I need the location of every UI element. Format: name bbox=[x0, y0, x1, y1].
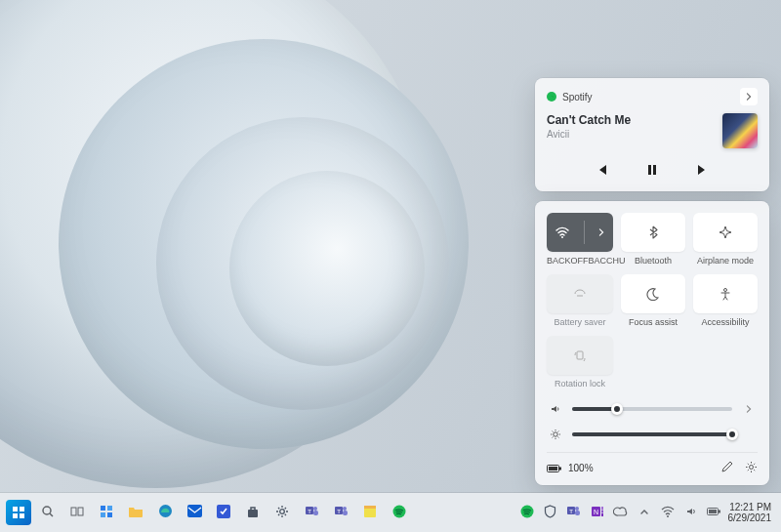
brightness-slider-row bbox=[549, 429, 756, 440]
brightness-slider[interactable] bbox=[572, 432, 732, 436]
store-icon bbox=[246, 505, 260, 521]
media-previous-button[interactable] bbox=[592, 160, 611, 180]
svg-point-2 bbox=[561, 236, 563, 238]
svg-rect-24 bbox=[248, 510, 258, 517]
taskbar-app-file-explorer[interactable] bbox=[123, 500, 148, 525]
tray-battery[interactable] bbox=[705, 503, 724, 522]
taskbar-app-settings[interactable] bbox=[269, 500, 295, 525]
taskbar-app-todo[interactable] bbox=[211, 500, 236, 525]
spotify-icon bbox=[547, 92, 556, 102]
taskbar-app-widgets[interactable] bbox=[94, 500, 119, 525]
taskbar-app-edge[interactable] bbox=[152, 500, 178, 525]
svg-rect-50 bbox=[719, 511, 720, 513]
wifi-icon bbox=[661, 506, 675, 520]
svg-rect-10 bbox=[13, 507, 18, 512]
tray-network[interactable] bbox=[658, 503, 678, 522]
taskbar-app-spotify-taskbar[interactable] bbox=[387, 500, 412, 525]
quick-settings-panel: BACKOFFBACCHU Bluetooth Airplane mode Ba… bbox=[535, 201, 769, 485]
battery-percent-label: 100% bbox=[568, 463, 594, 473]
qs-item-battery-saver: Battery saver bbox=[547, 274, 613, 328]
battery-icon bbox=[707, 506, 721, 519]
taskbar-app-store[interactable] bbox=[240, 500, 266, 525]
taskbar-app-task-view[interactable] bbox=[64, 500, 90, 525]
svg-rect-1 bbox=[653, 165, 656, 175]
tray-security[interactable] bbox=[541, 503, 560, 522]
taskbar-app-mail[interactable] bbox=[182, 500, 207, 525]
svg-rect-13 bbox=[20, 513, 24, 518]
quick-settings-grid: BACKOFFBACCHU Bluetooth Airplane mode Ba… bbox=[547, 213, 758, 389]
svg-rect-17 bbox=[101, 506, 105, 511]
mail-icon bbox=[187, 505, 202, 520]
media-app-label: Spotify bbox=[562, 92, 593, 102]
pencil-icon bbox=[720, 461, 733, 473]
bluetooth-tile[interactable] bbox=[621, 213, 685, 252]
svg-rect-35 bbox=[364, 506, 376, 509]
svg-rect-29 bbox=[313, 511, 318, 515]
speaker-icon[interactable] bbox=[549, 403, 562, 415]
taskview-icon bbox=[70, 505, 84, 521]
tray-onedrive[interactable] bbox=[611, 503, 631, 522]
teams-icon: T bbox=[334, 504, 349, 521]
note-icon bbox=[363, 505, 377, 521]
battery-status[interactable]: 100% bbox=[547, 463, 594, 473]
edge-icon bbox=[158, 504, 173, 521]
taskbar-app-sticky-notes[interactable] bbox=[357, 500, 383, 525]
svg-rect-18 bbox=[107, 506, 112, 511]
taskbar-app-search[interactable] bbox=[35, 500, 61, 525]
svg-rect-49 bbox=[709, 510, 717, 513]
media-next-button[interactable] bbox=[693, 160, 713, 180]
edit-quick-settings-button[interactable] bbox=[720, 461, 733, 475]
spotify-icon bbox=[520, 505, 534, 521]
svg-rect-7 bbox=[549, 467, 557, 471]
taskbar-clock[interactable]: 12:21 PM 6/29/2021 bbox=[724, 502, 776, 524]
airplane-tile[interactable] bbox=[693, 213, 758, 252]
volume-slider-row bbox=[549, 403, 756, 415]
album-art[interactable] bbox=[722, 113, 758, 148]
taskbar-app-teams-work[interactable]: T bbox=[328, 500, 353, 525]
start-icon bbox=[12, 506, 25, 519]
gear-icon bbox=[745, 461, 758, 473]
battery-saver-tile[interactable] bbox=[547, 274, 613, 313]
open-settings-button[interactable] bbox=[745, 461, 758, 475]
media-source-app[interactable]: Spotify bbox=[547, 92, 593, 102]
battery-saver-icon bbox=[572, 287, 588, 301]
settings-icon bbox=[275, 505, 289, 521]
svg-rect-22 bbox=[187, 505, 202, 517]
svg-rect-19 bbox=[101, 512, 105, 517]
tray-onenote[interactable]: N bbox=[588, 503, 607, 522]
media-play-pause-button[interactable] bbox=[642, 160, 662, 180]
svg-rect-4 bbox=[577, 351, 583, 359]
focus-assist-tile[interactable] bbox=[621, 274, 685, 313]
spotify-icon bbox=[392, 505, 406, 521]
wifi-label: BACKOFFBACCHU bbox=[547, 257, 613, 266]
volume-output-button[interactable] bbox=[742, 405, 756, 413]
taskbar-date: 6/29/2021 bbox=[728, 512, 772, 524]
tray-volume[interactable] bbox=[681, 503, 701, 522]
tray-teams[interactable]: T bbox=[564, 503, 584, 522]
svg-point-3 bbox=[724, 289, 727, 292]
rotation-lock-tile[interactable] bbox=[547, 336, 613, 375]
airplane-label: Airplane mode bbox=[697, 257, 754, 266]
accessibility-tile[interactable] bbox=[693, 274, 758, 313]
speaker-icon bbox=[685, 506, 697, 520]
rotation-lock-label: Rotation lock bbox=[555, 380, 605, 389]
tray-overflow[interactable] bbox=[635, 503, 654, 522]
tray-spotify[interactable] bbox=[517, 503, 537, 522]
taskbar-start-button[interactable] bbox=[6, 500, 31, 525]
svg-point-9 bbox=[750, 466, 754, 470]
wifi-tile[interactable] bbox=[547, 213, 613, 252]
moon-icon bbox=[646, 287, 660, 301]
action-center-stack: Spotify Can't Catch Me Avicii bbox=[535, 78, 769, 485]
airplane-icon bbox=[719, 225, 732, 239]
qs-item-bluetooth: Bluetooth bbox=[621, 213, 685, 266]
svg-rect-8 bbox=[559, 467, 561, 470]
taskbar-app-teams-personal[interactable]: T bbox=[299, 500, 324, 525]
teams-icon: T bbox=[305, 504, 319, 521]
svg-rect-45 bbox=[601, 510, 603, 512]
skip-previous-icon bbox=[595, 163, 608, 177]
svg-rect-12 bbox=[13, 513, 18, 518]
volume-slider[interactable] bbox=[572, 407, 732, 411]
media-expand-button[interactable] bbox=[740, 88, 758, 105]
accessibility-label: Accessibility bbox=[701, 318, 749, 328]
qs-item-focus-assist: Focus assist bbox=[621, 274, 685, 328]
